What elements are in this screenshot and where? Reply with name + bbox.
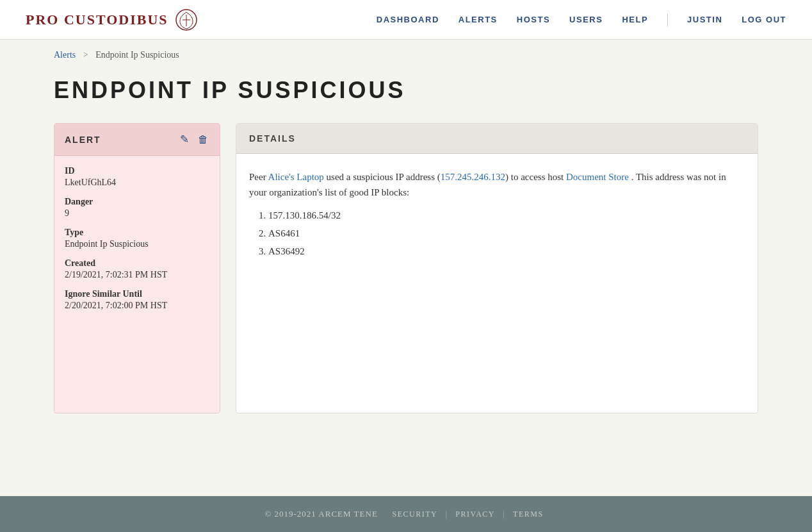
nav-logout[interactable]: LOG OUT	[742, 15, 786, 24]
nav-users[interactable]: USERS	[569, 15, 603, 24]
site-header: PRO CUSTODIBUS DASHBOARD ALERTS HOSTS US…	[0, 0, 812, 40]
alert-card-body: ID LketUfGhL64 Danger 9 Type Endpoint Ip…	[54, 156, 220, 330]
breadcrumb-current: Endpoint Ip Suspicious	[95, 50, 179, 60]
nav-dashboard[interactable]: DASHBOARD	[377, 15, 439, 24]
nav-user[interactable]: JUSTIN	[687, 15, 722, 24]
trash-icon	[198, 134, 208, 145]
content-spacer	[0, 413, 812, 496]
nav-alerts[interactable]: ALERTS	[459, 15, 498, 24]
details-list: 157.130.186.54/32 AS6461 AS36492	[268, 208, 745, 259]
desc-pre: Peer	[249, 172, 268, 182]
field-label-type: Type	[65, 228, 209, 238]
list-item: 157.130.186.54/32	[268, 208, 745, 223]
details-card-title: DETAILS	[249, 133, 296, 144]
desc-mid1: used a suspicious IP address (	[324, 172, 441, 182]
field-value-ignore: 2/20/2021, 7:02:00 PM HST	[65, 301, 209, 311]
footer-sep-3: |	[503, 509, 505, 519]
details-card: DETAILS Peer Alice's Laptop used a suspi…	[236, 123, 758, 413]
details-card-body: Peer Alice's Laptop used a suspicious IP…	[236, 154, 758, 277]
page-title: ENDPOINT IP SUSPICIOUS	[54, 77, 758, 104]
main-nav: DASHBOARD ALERTS HOSTS USERS HELP JUSTIN…	[377, 13, 786, 26]
field-value-type: Endpoint Ip Suspicious	[65, 239, 209, 249]
breadcrumb-separator: >	[83, 50, 88, 60]
edit-button[interactable]	[179, 131, 190, 147]
desc-mid2: ) to access host	[505, 172, 566, 182]
edit-icon	[180, 133, 189, 146]
breadcrumb-parent[interactable]: Alerts	[54, 50, 76, 60]
site-footer: © 2019-2021 ARCEM TENE SECURITY | PRIVAC…	[0, 496, 812, 532]
host-link[interactable]: Document Store	[566, 172, 629, 182]
peer-link[interactable]: Alice's Laptop	[268, 172, 324, 182]
field-label-id: ID	[65, 166, 209, 176]
alert-card-actions	[179, 131, 209, 147]
field-label-created: Created	[65, 258, 209, 269]
alert-card: ALERT ID LketUfGhL64 Danger 9 Type Endpo…	[54, 123, 220, 413]
list-item: AS36492	[268, 244, 745, 259]
field-value-danger: 9	[65, 208, 209, 219]
field-label-ignore: Ignore Similar Until	[65, 289, 209, 299]
alert-card-header: ALERT	[54, 124, 220, 156]
details-card-header: DETAILS	[236, 124, 758, 154]
page-title-area: ENDPOINT IP SUSPICIOUS	[0, 71, 812, 123]
logo-area: PRO CUSTODIBUS	[26, 8, 198, 31]
footer-sep-2: |	[446, 509, 448, 519]
field-label-danger: Danger	[65, 197, 209, 207]
nav-divider	[667, 13, 668, 26]
footer-link-security[interactable]: SECURITY	[393, 510, 438, 519]
nav-hosts[interactable]: HOSTS	[517, 15, 550, 24]
ip-link[interactable]: 157.245.246.132	[441, 172, 505, 182]
breadcrumb: Alerts > Endpoint Ip Suspicious	[0, 40, 812, 71]
list-item: AS6461	[268, 226, 745, 241]
logo-text: PRO CUSTODIBUS	[26, 12, 168, 28]
details-description: Peer Alice's Laptop used a suspicious IP…	[249, 169, 745, 200]
alert-card-title: ALERT	[65, 135, 101, 145]
footer-link-terms[interactable]: TERMS	[513, 510, 544, 519]
logo-icon	[175, 8, 198, 31]
field-value-id: LketUfGhL64	[65, 178, 209, 188]
footer-link-privacy[interactable]: PRIVACY	[455, 510, 495, 519]
nav-help[interactable]: HELP	[622, 15, 648, 24]
footer-copyright: © 2019-2021 ARCEM TENE	[264, 509, 377, 519]
main-content: ALERT ID LketUfGhL64 Danger 9 Type Endpo…	[0, 123, 812, 413]
field-value-created: 2/19/2021, 7:02:31 PM HST	[65, 270, 209, 280]
footer-sep-1	[382, 509, 384, 519]
delete-button[interactable]	[197, 131, 209, 147]
